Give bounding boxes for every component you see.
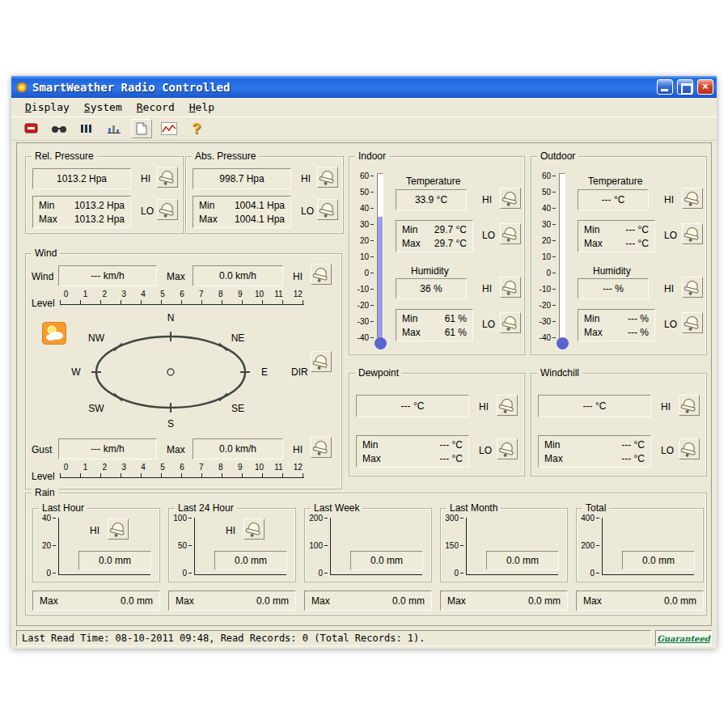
bell-icon <box>315 266 328 278</box>
outdoor-hum-minmax: Min--- % Max--- % <box>578 309 655 341</box>
windchill-hi-alarm-button[interactable] <box>679 395 700 416</box>
indoor-temperature-label: Temperature <box>406 176 460 187</box>
max-label: Max <box>362 453 381 464</box>
min-label: Min <box>402 313 417 324</box>
bell-icon <box>161 169 174 181</box>
min-label: Min <box>199 200 214 211</box>
rain-chart-baseline <box>602 574 694 575</box>
page: SmartWeather Radio Controlled × Display … <box>0 0 728 728</box>
view-button[interactable] <box>49 119 70 138</box>
wind-value: --- km/h <box>58 265 157 286</box>
menu-help[interactable]: Help <box>182 99 222 115</box>
outdoor-temp-min: --- °C <box>625 224 649 235</box>
dewpoint-minmax: Min--- °C Max--- °C <box>356 435 469 468</box>
abs-pressure-lo-alarm-button[interactable] <box>317 199 338 220</box>
dewpoint-hi-alarm-button[interactable] <box>497 395 518 416</box>
bell-icon <box>504 226 517 238</box>
indoor-hum-lo-alarm-button[interactable] <box>500 312 521 333</box>
rain-last-week: Last Week 200 100 0 0.0 mm Max 0.0 mm <box>304 508 432 612</box>
exit-button[interactable] <box>21 119 42 138</box>
rain-hour-hi-alarm-button[interactable] <box>108 518 129 540</box>
windchill-group: Windchill --- °C HI Min--- °C Max--- °C … <box>531 373 707 476</box>
rel-pressure-title: Rel. Pressure <box>32 150 97 162</box>
hi-label: HI <box>90 525 99 536</box>
help-button[interactable]: ? <box>186 119 207 138</box>
max-label: Max <box>402 238 421 249</box>
lo-label: LO <box>664 230 677 241</box>
rain-chart-baseline <box>466 574 558 575</box>
histogram-button[interactable] <box>104 119 125 138</box>
title-bar[interactable]: SmartWeather Radio Controlled × <box>11 76 717 98</box>
rain-group: Rain Last Hour 40 20 0 HI 0.0 mm Max 0.0… <box>25 493 707 616</box>
dewpoint-value: --- °C <box>356 395 469 417</box>
indoor-hum-hi-alarm-button[interactable] <box>500 277 521 298</box>
bell-icon <box>501 397 514 409</box>
bell-icon <box>686 226 699 238</box>
outdoor-hum-max: --- % <box>628 327 649 338</box>
indoor-thermometer-scale: 60 50 40 30 20 10 0 -10 -20 -30 -40 <box>349 167 374 345</box>
indoor-hum-max: 61 % <box>445 327 467 338</box>
menu-system[interactable]: System <box>77 99 129 115</box>
indoor-hum-min: 61 % <box>445 313 467 324</box>
outdoor-thermometer-bulb <box>557 337 569 349</box>
max-label: Max <box>199 214 218 225</box>
outdoor-temp-lo-alarm-button[interactable] <box>682 223 703 244</box>
rain-last-24-hour-max: Max 0.0 mm <box>168 590 296 611</box>
bell-icon <box>686 315 699 327</box>
rain-last-month-chart-group: Last Month 300 150 0 0.0 mm <box>440 508 568 582</box>
indoor-temp-hi-alarm-button[interactable] <box>500 188 521 209</box>
rel-pressure-value: 1013.2 Hpa <box>32 168 131 189</box>
rain-last-week-max: Max 0.0 mm <box>304 590 432 611</box>
gust-hi-alarm-button[interactable] <box>311 437 332 458</box>
app-window: SmartWeather Radio Controlled × Display … <box>11 76 717 649</box>
rel-pressure-lo-alarm-button[interactable] <box>157 199 178 220</box>
indoor-temp-lo-alarm-button[interactable] <box>500 223 521 244</box>
gust-value: --- km/h <box>58 438 157 459</box>
outdoor-title: Outdoor <box>537 150 578 162</box>
outdoor-hum-hi-alarm-button[interactable] <box>682 277 703 298</box>
maximize-button[interactable] <box>677 79 693 95</box>
line-graph-icon <box>161 122 177 135</box>
windchill-max: --- °C <box>621 453 645 464</box>
dewpoint-title: Dewpoint <box>355 367 402 379</box>
dewpoint-min: --- °C <box>439 439 463 451</box>
abs-pressure-max: 1004.1 Hpa <box>235 214 285 225</box>
outdoor-hum-lo-alarm-button[interactable] <box>682 312 703 333</box>
dewpoint-lo-alarm-button[interactable] <box>497 438 518 459</box>
binoculars-icon <box>51 123 67 134</box>
max-label: Max <box>40 595 58 607</box>
outdoor-thermometer <box>559 173 565 341</box>
minimize-button[interactable] <box>657 79 673 95</box>
rain-total-max-value: 0.0 mm <box>664 595 696 607</box>
wind-level-scale: 0123456789101112 <box>60 290 304 305</box>
bell-icon <box>686 279 699 291</box>
lo-label: LO <box>141 205 154 217</box>
rel-pressure-hi-alarm-button[interactable] <box>157 167 178 188</box>
wind-dir-alarm-button[interactable] <box>311 351 332 372</box>
menu-record[interactable]: Record <box>129 99 182 115</box>
menu-display[interactable]: Display <box>18 99 77 115</box>
min-label: Min <box>362 439 378 451</box>
hi-label: HI <box>661 401 671 413</box>
rain-last-hour-max-value: 0.0 mm <box>121 595 153 607</box>
outdoor-temperature-label: Temperature <box>588 176 642 187</box>
dewpoint-group: Dewpoint --- °C HI Min--- °C Max--- °C L… <box>349 373 525 476</box>
graph-button[interactable] <box>159 119 180 138</box>
max-label: Max <box>176 595 194 607</box>
new-page-button[interactable] <box>131 119 152 138</box>
records-button[interactable] <box>76 119 97 138</box>
gust-level-scale: 0123456789101112 <box>60 463 304 478</box>
rain-chart-axis <box>466 518 467 574</box>
abs-pressure-hi-alarm-button[interactable] <box>317 167 338 188</box>
toolbar: ? <box>11 116 717 141</box>
close-button[interactable]: × <box>697 79 713 95</box>
bell-icon <box>315 439 328 451</box>
bell-icon <box>504 279 517 291</box>
rain-last-week-chart-group: Last Week 200 100 0 0.0 mm <box>304 508 432 582</box>
rel-pressure-max: 1013.2 Hpa <box>74 214 125 225</box>
outdoor-temp-hi-alarm-button[interactable] <box>682 188 703 209</box>
hi-label: HI <box>141 173 150 184</box>
windchill-lo-alarm-button[interactable] <box>679 438 700 459</box>
rain-24h-hi-alarm-button[interactable] <box>243 518 265 540</box>
wind-hi-alarm-button[interactable] <box>311 264 332 285</box>
